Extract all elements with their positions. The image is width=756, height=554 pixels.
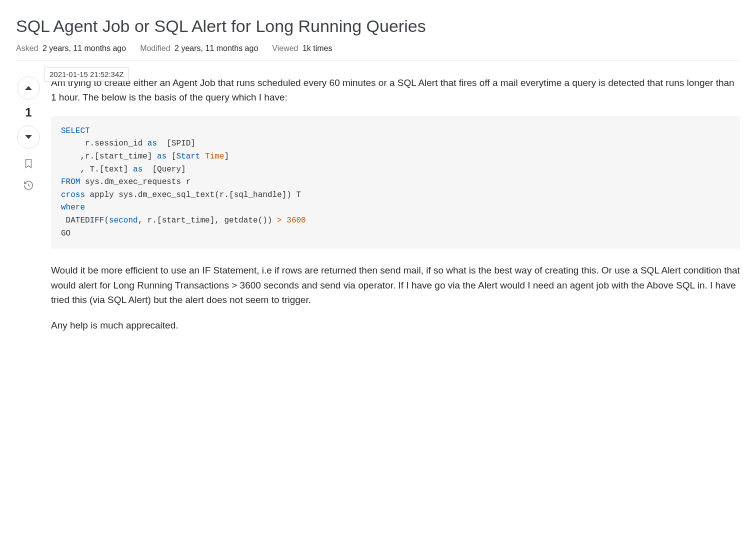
code-text: r.session_id: [61, 139, 148, 148]
code-text: sys.dm_exec_requests r: [80, 178, 190, 186]
post-paragraph: Any help is much apprecaited.: [51, 318, 740, 332]
meta-modified: Modified 2 years, 11 months ago: [140, 44, 258, 53]
code-keyword: as: [157, 152, 166, 161]
meta-modified-value[interactable]: 2 years, 11 months ago: [174, 44, 258, 52]
meta-asked-value[interactable]: 2 years, 11 months ago: [42, 44, 126, 52]
code-keyword: Start: [176, 152, 200, 161]
code-text: GO: [61, 229, 70, 238]
meta-viewed: Viewed 1k times: [272, 44, 332, 53]
bookmark-button[interactable]: [22, 156, 36, 170]
code-text: ,r.[start_time]: [61, 152, 157, 161]
code-text: , T.[text]: [61, 165, 133, 174]
code-text: [Query]: [142, 165, 186, 174]
activity-button[interactable]: [22, 178, 36, 192]
code-text: , r.[start_time], getdate()): [138, 216, 277, 225]
code-keyword: SELECT: [61, 126, 90, 136]
code-text: DATEDIFF(: [61, 216, 109, 225]
vote-column: 1: [16, 76, 41, 344]
meta-asked: Asked 2 years, 11 months ago: [16, 44, 126, 53]
code-block: SELECT r.session_id as [SPID] ,r.[start_…: [51, 116, 740, 249]
meta-asked-label: Asked: [16, 44, 38, 52]
meta-viewed-value: 1k times: [302, 44, 332, 52]
code-text: apply sys.dm_exec_sql_text(r.[sql_handle…: [85, 190, 301, 200]
question-title: SQL Agent Job or SQL Alert for Long Runn…: [16, 15, 740, 38]
code-text: [SPID]: [157, 139, 196, 148]
code-keyword: where: [61, 203, 85, 212]
code-text: [282, 216, 287, 225]
code-text: [: [166, 152, 176, 161]
code-keyword: second: [109, 216, 138, 225]
history-icon: [23, 180, 34, 191]
bookmark-icon: [23, 158, 34, 169]
post-paragraph: Would it be more efficient to use an IF …: [51, 263, 740, 307]
code-text: [200, 152, 205, 161]
caret-up-icon: [24, 84, 32, 92]
code-keyword: as: [133, 165, 142, 174]
meta-viewed-label: Viewed: [272, 44, 298, 52]
post-body: Am trying to create either an Agent Job …: [51, 76, 740, 344]
code-keyword: Time: [205, 152, 224, 161]
code-text: ]: [224, 152, 229, 161]
code-keyword: cross: [61, 190, 85, 200]
timestamp-tooltip: 2021-01-15 21:52:34Z: [44, 67, 129, 82]
question-meta-row: Asked 2 years, 11 months ago Modified 2 …: [16, 44, 740, 60]
code-number: 3600: [286, 216, 306, 225]
caret-down-icon: [24, 133, 32, 141]
post-layout: 1 Am trying to create either an Agent Jo…: [16, 76, 740, 344]
upvote-button[interactable]: [17, 76, 40, 100]
post-paragraph: Am trying to create either an Agent Job …: [51, 76, 740, 105]
code-keyword: as: [148, 139, 157, 148]
vote-count: 1: [25, 106, 32, 120]
code-keyword: FROM: [61, 178, 80, 186]
code-op: >: [277, 216, 282, 225]
meta-modified-label: Modified: [140, 44, 170, 52]
downvote-button[interactable]: [17, 126, 40, 148]
